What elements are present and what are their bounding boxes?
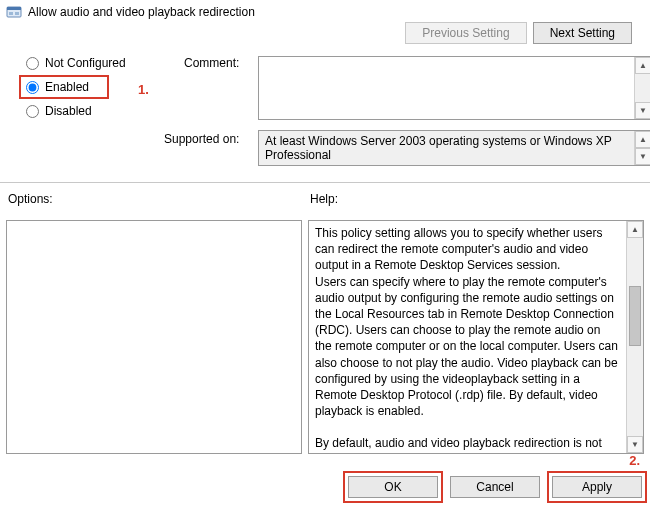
radio-enabled-input[interactable] bbox=[26, 81, 39, 94]
svg-rect-3 bbox=[15, 12, 19, 15]
previous-setting-button[interactable]: Previous Setting bbox=[405, 22, 526, 44]
scroll-thumb[interactable] bbox=[629, 286, 641, 346]
ok-button-wrap: OK bbox=[348, 476, 438, 498]
scroll-down-icon[interactable]: ▼ bbox=[635, 102, 650, 119]
radio-enabled[interactable]: Enabled bbox=[26, 80, 126, 94]
radio-disabled-input[interactable] bbox=[26, 105, 39, 118]
comment-scrollbar[interactable]: ▲ ▼ bbox=[634, 57, 650, 119]
supported-scrollbar[interactable]: ▲ ▼ bbox=[634, 131, 650, 165]
state-radios: Not Configured Enabled Disabled bbox=[26, 56, 126, 118]
supported-on-label: Supported on: bbox=[164, 132, 239, 146]
window-title: Allow audio and video playback redirecti… bbox=[28, 5, 255, 19]
options-label: Options: bbox=[8, 192, 53, 206]
cancel-button-wrap: Cancel bbox=[450, 476, 540, 498]
scroll-down-icon[interactable]: ▼ bbox=[635, 148, 650, 165]
help-text: This policy setting allows you to specif… bbox=[309, 221, 626, 453]
radio-disabled-label: Disabled bbox=[45, 104, 92, 118]
scroll-down-icon[interactable]: ▼ bbox=[627, 436, 643, 453]
dialog-buttons: OK Cancel Apply bbox=[348, 476, 642, 498]
help-label: Help: bbox=[310, 192, 338, 206]
next-setting-button[interactable]: Next Setting bbox=[533, 22, 632, 44]
ok-button[interactable]: OK bbox=[348, 476, 438, 498]
nav-buttons: Previous Setting Next Setting bbox=[405, 22, 632, 44]
apply-button-wrap: Apply bbox=[552, 476, 642, 498]
radio-not-configured-label: Not Configured bbox=[45, 56, 126, 70]
config-area: Not Configured Enabled Disabled 1. Comme… bbox=[26, 56, 638, 176]
comment-box: ▲ ▼ bbox=[258, 56, 650, 120]
scroll-up-icon[interactable]: ▲ bbox=[627, 221, 643, 238]
cancel-button[interactable]: Cancel bbox=[450, 476, 540, 498]
radio-enabled-label: Enabled bbox=[45, 80, 89, 94]
comment-label: Comment: bbox=[184, 56, 239, 70]
comment-textarea[interactable] bbox=[259, 57, 634, 119]
radio-not-configured-input[interactable] bbox=[26, 57, 39, 70]
scroll-up-icon[interactable]: ▲ bbox=[635, 57, 650, 74]
supported-on-box: At least Windows Server 2003 operating s… bbox=[258, 130, 650, 166]
radio-disabled[interactable]: Disabled bbox=[26, 104, 126, 118]
help-scrollbar[interactable]: ▲ ▼ bbox=[626, 221, 643, 453]
radio-not-configured[interactable]: Not Configured bbox=[26, 56, 126, 70]
svg-rect-2 bbox=[9, 12, 13, 15]
scroll-track[interactable] bbox=[627, 238, 643, 436]
help-box: This policy setting allows you to specif… bbox=[308, 220, 644, 454]
options-box bbox=[6, 220, 302, 454]
supported-on-text: At least Windows Server 2003 operating s… bbox=[259, 131, 634, 165]
apply-button[interactable]: Apply bbox=[552, 476, 642, 498]
svg-rect-1 bbox=[7, 7, 21, 10]
annotation-2: 2. bbox=[629, 453, 640, 468]
policy-dialog: Allow audio and video playback redirecti… bbox=[0, 0, 650, 508]
annotation-1: 1. bbox=[138, 82, 149, 97]
divider bbox=[0, 182, 650, 183]
policy-icon bbox=[6, 4, 22, 20]
scroll-up-icon[interactable]: ▲ bbox=[635, 131, 650, 148]
